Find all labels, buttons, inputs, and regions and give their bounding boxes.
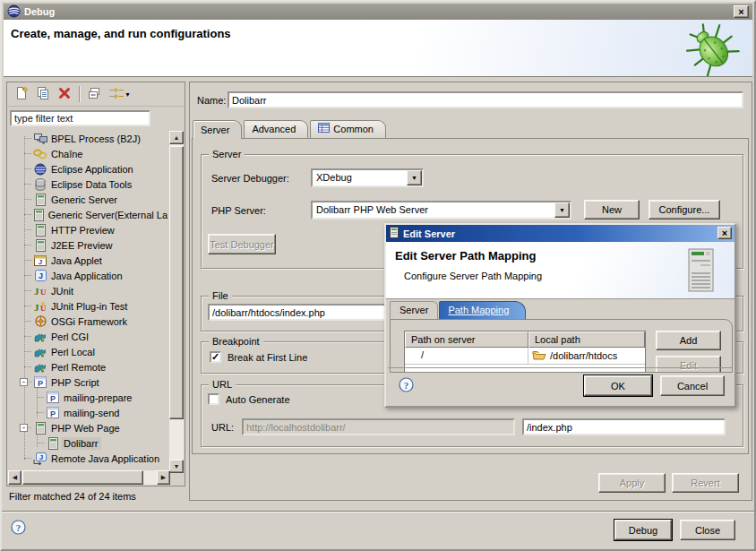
new-configuration-button[interactable] [11, 84, 32, 104]
filter-menu-button[interactable]: ▾ [105, 84, 133, 104]
table-icon [318, 121, 330, 138]
add-mapping-button[interactable]: Add [656, 331, 721, 350]
dropdown-arrow-icon: ▾ [125, 90, 129, 99]
tree-item-junit[interactable]: JUJUnit [7, 283, 170, 298]
help-icon[interactable]: ? [11, 520, 26, 537]
path-mapping-row[interactable]: //dolibarr/htdocs [405, 348, 645, 364]
file-group-label: File [209, 290, 232, 301]
tree-item-mailing-send[interactable]: Pmailing-send [7, 405, 170, 420]
toolbar-separator [79, 86, 80, 102]
tree-item-bpel-process-b2j[interactable]: BPEL Process (B2J) [7, 131, 170, 146]
break-first-line-checkbox[interactable] [210, 351, 221, 363]
delete-configuration-button[interactable] [54, 84, 75, 104]
tree-item-label: Eclipse Application [48, 163, 136, 176]
tab-common[interactable]: Common [310, 120, 386, 138]
dialog-tab-path-mapping[interactable]: Path Mapping [439, 301, 526, 319]
scroll-down-arrow[interactable]: ▼ [169, 460, 184, 473]
debug-button[interactable]: Debug [614, 520, 672, 540]
tree-item-perl-remote[interactable]: Perl Remote [7, 359, 170, 375]
tree-item-cha-ne[interactable]: Chaîne [7, 146, 170, 161]
dialog-titlebar[interactable]: Edit Server [386, 225, 735, 242]
tree-item-php-web-page[interactable]: -PHP Web Page [7, 420, 170, 435]
tree-item-perl-local[interactable]: Perl Local [7, 344, 170, 359]
duplicate-configuration-button[interactable] [32, 84, 54, 104]
configure-button[interactable]: Configure... [649, 200, 720, 220]
vertical-scroll-thumb[interactable] [169, 146, 184, 419]
chain-icon [32, 149, 48, 159]
auto-generate-checkbox[interactable] [208, 393, 219, 405]
tree-item-eclipse-application[interactable]: Eclipse Application [7, 161, 170, 176]
close-button[interactable]: Close [680, 520, 735, 540]
tree-item-http-preview[interactable]: HTTP Preview [7, 222, 170, 237]
revert-button[interactable]: Revert [672, 473, 739, 493]
tab-server-label: Server [201, 122, 229, 139]
tab-advanced[interactable]: Advanced [244, 120, 308, 138]
type-filter-input[interactable] [10, 110, 150, 126]
dialog-close-button[interactable]: × [717, 227, 732, 239]
break-first-line-label: Break at First Line [228, 352, 307, 363]
chevron-down-icon[interactable]: ▼ [554, 202, 570, 218]
junit-plugin-icon: JU [32, 300, 48, 313]
tree-item-osgi-framework[interactable]: OSGi Framework [7, 314, 170, 329]
horizontal-scroll-thumb[interactable] [22, 470, 143, 485]
cancel-button[interactable]: Cancel [660, 375, 725, 396]
url-base-input[interactable] [242, 418, 515, 435]
expander-minus-icon[interactable]: - [20, 424, 28, 432]
tree-item-label: mailing-prepare [61, 392, 134, 404]
bug-icon [683, 22, 742, 78]
dialog-header: Edit Server Path Mapping Configure Serve… [386, 242, 735, 299]
tree-item-perl-cgi[interactable]: Perl CGI [7, 329, 170, 344]
tree-item-remote-java-application[interactable]: JRemote Java Application [7, 451, 170, 466]
tree-item-label: OSGi Framework [48, 315, 130, 328]
tab-server[interactable]: Server [193, 120, 242, 139]
path-mapping-table[interactable]: Path on serverLocal path //dolibarr/htdo… [404, 331, 646, 373]
tree-horizontal-scrollbar[interactable]: ◀ ▶ [8, 470, 170, 485]
new-server-button[interactable]: New [584, 200, 640, 220]
local-path-cell: /dolibarr/htdocs [528, 349, 645, 362]
url-path-input[interactable] [522, 418, 726, 435]
window-titlebar[interactable]: Debug [4, 4, 752, 20]
column-path-on-server[interactable]: Path on server [405, 331, 528, 348]
dialog-footer: ? OK Cancel [388, 367, 733, 404]
dialog-heading: Edit Server Path Mapping [395, 249, 536, 263]
tree-item-php-script[interactable]: -PPHP Script [7, 375, 170, 390]
name-input[interactable] [228, 91, 743, 108]
scroll-right-arrow[interactable]: ▶ [157, 470, 170, 485]
tree-item-eclipse-data-tools[interactable]: Eclipse Data Tools [7, 176, 170, 192]
server-debugger-select[interactable]: XDebug ▼ [311, 168, 424, 187]
tree-item-junit-plug-in-test[interactable]: JUJUnit Plug-in Test [7, 298, 170, 314]
expander-minus-icon[interactable]: - [20, 378, 28, 386]
collapse-all-button[interactable] [83, 84, 105, 104]
svg-text:J: J [39, 453, 43, 461]
bpel-process-icon [32, 133, 48, 144]
tree-item-generic-server-external-la[interactable]: Generic Server(External La [7, 207, 170, 222]
test-debugger-button[interactable]: Test Debugger [208, 234, 276, 254]
tree-item-j2ee-preview[interactable]: J2EE Preview [7, 237, 170, 253]
window-close-button[interactable]: × [734, 5, 749, 18]
chevron-down-icon[interactable]: ▼ [407, 170, 422, 185]
scroll-up-arrow[interactable]: ▲ [169, 131, 184, 144]
tree-item-label: Generic Server [48, 194, 120, 206]
scroll-left-arrow[interactable]: ◀ [8, 470, 21, 485]
tree-item-label: Perl CGI [48, 331, 91, 343]
tree-vertical-scrollbar[interactable]: ▲ ▼ [169, 131, 184, 473]
eclipse-app-icon [32, 163, 48, 176]
php-server-select[interactable]: Dolibarr PHP Web Server ▼ [311, 201, 571, 220]
url-group-label: URL [209, 379, 236, 390]
folder-icon [532, 349, 546, 362]
configurations-panel: ▾ BPEL Process (B2J)ChaîneEclipse Applic… [6, 82, 185, 486]
auto-generate-label: Auto Generate [226, 394, 290, 405]
column-local-path[interactable]: Local path [528, 331, 645, 348]
tree-item-java-applet[interactable]: JJava Applet [7, 253, 170, 268]
tree-item-label: BPEL Process (B2J) [48, 133, 143, 145]
config-tree: BPEL Process (B2J)ChaîneEclipse Applicat… [7, 131, 170, 473]
tree-item-generic-server[interactable]: Generic Server [7, 192, 170, 207]
ok-button[interactable]: OK [584, 375, 652, 396]
perl-icon [32, 361, 48, 373]
tree-item-mailing-prepare[interactable]: Pmailing-prepare [7, 390, 170, 405]
apply-button[interactable]: Apply [598, 473, 666, 493]
tree-item-java-application[interactable]: JJava Application [7, 268, 170, 283]
dialog-help-icon[interactable]: ? [399, 377, 414, 394]
tree-item-dolibarr[interactable]: Dolibarr [7, 435, 170, 451]
dialog-tab-server[interactable]: Server [390, 301, 438, 319]
